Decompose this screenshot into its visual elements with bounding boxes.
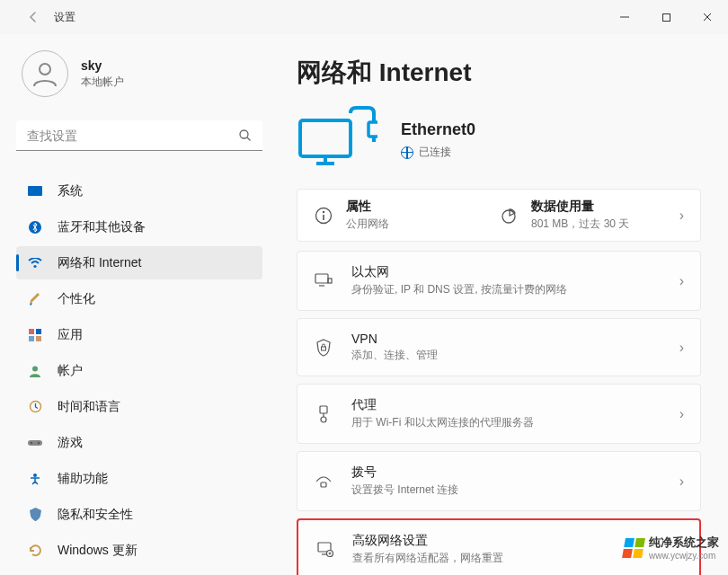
- watermark-url: www.ycwjzy.com: [649, 551, 719, 561]
- sidebar-item-label: 时间和语言: [58, 399, 120, 415]
- search-box[interactable]: [16, 120, 262, 151]
- proxy-card[interactable]: 代理 用于 Wi-Fi 和以太网连接的代理服务器 ›: [297, 384, 701, 444]
- sidebar-item-privacy[interactable]: 隐私和安全性: [16, 498, 262, 531]
- sidebar-item-label: 隐私和安全性: [58, 507, 133, 523]
- card-desc: 设置拨号 Internet 连接: [351, 482, 679, 498]
- svg-point-16: [38, 441, 40, 443]
- sidebar-item-bluetooth[interactable]: 蓝牙和其他设备: [16, 210, 262, 243]
- properties-button[interactable]: 属性 公用网络: [314, 199, 499, 232]
- sidebar-item-network[interactable]: 网络和 Internet: [16, 246, 262, 279]
- shield-icon: [27, 507, 43, 523]
- network-header: Ethernet0 已连接: [297, 104, 701, 176]
- card-title: 属性: [346, 199, 389, 215]
- sidebar-item-label: 帐户: [58, 363, 83, 379]
- sidebar-item-gaming[interactable]: 游戏: [16, 426, 262, 459]
- svg-rect-27: [315, 274, 328, 283]
- monitor-ethernet-icon: [297, 104, 377, 176]
- svg-rect-31: [320, 406, 327, 413]
- svg-line-4: [247, 137, 251, 141]
- watermark: 纯净系统之家 www.ycwjzy.com: [624, 535, 719, 561]
- network-name: Ethernet0: [401, 120, 475, 139]
- user-type: 本地帐户: [81, 75, 124, 90]
- card-title: 以太网: [351, 264, 679, 280]
- card-desc: 身份验证, IP 和 DNS 设置, 按流量计费的网络: [351, 282, 679, 297]
- dialup-card[interactable]: 拨号 设置拨号 Internet 连接 ›: [297, 451, 701, 511]
- avatar-icon: [22, 50, 68, 97]
- app-title: 设置: [54, 10, 75, 25]
- search-input[interactable]: [27, 128, 238, 143]
- chevron-right-icon: ›: [679, 273, 684, 289]
- card-title: VPN: [351, 332, 679, 346]
- user-account[interactable]: sky 本地帐户: [16, 50, 262, 97]
- svg-point-3: [240, 130, 248, 138]
- apps-icon: [27, 327, 43, 343]
- sidebar-item-label: 系统: [58, 183, 83, 199]
- svg-point-17: [33, 473, 37, 477]
- maximize-button[interactable]: [645, 0, 687, 34]
- sidebar-item-label: 辅助功能: [58, 471, 108, 487]
- svg-rect-11: [36, 336, 41, 341]
- info-icon: [314, 206, 333, 226]
- dialup-icon: [314, 472, 333, 491]
- svg-point-15: [31, 441, 32, 443]
- svg-rect-30: [322, 347, 326, 350]
- chevron-right-icon: ›: [679, 406, 684, 422]
- sidebar-item-label: 蓝牙和其他设备: [58, 219, 146, 235]
- sidebar-item-accounts[interactable]: 帐户: [16, 354, 262, 387]
- card-desc: 801 MB，过去 30 天: [531, 217, 679, 232]
- watermark-name: 纯净系统之家: [649, 535, 719, 551]
- card-desc: 用于 Wi-Fi 和以太网连接的代理服务器: [351, 415, 679, 430]
- svg-rect-14: [28, 440, 42, 446]
- ethernet-card[interactable]: 以太网 身份验证, IP 和 DNS 设置, 按流量计费的网络 ›: [297, 251, 701, 311]
- minimize-button[interactable]: [604, 0, 645, 34]
- svg-point-26: [502, 210, 515, 223]
- user-name: sky: [81, 58, 124, 73]
- system-icon: [27, 183, 43, 199]
- sidebar-item-label: 游戏: [58, 435, 83, 451]
- card-desc: 公用网络: [346, 217, 389, 232]
- sidebar-item-update[interactable]: Windows 更新: [16, 534, 262, 567]
- quick-row: 属性 公用网络 数据使用量 801 MB，过去 30 天 ›: [297, 189, 701, 242]
- pie-chart-icon: [499, 206, 519, 226]
- advanced-network-icon: [315, 540, 334, 560]
- globe-icon: [401, 146, 413, 159]
- brush-icon: [27, 291, 43, 307]
- sidebar-item-system[interactable]: 系统: [16, 174, 262, 208]
- page-title: 网络和 Internet: [297, 56, 701, 90]
- update-icon: [27, 543, 43, 559]
- sidebar-item-accessibility[interactable]: 辅助功能: [16, 462, 262, 495]
- data-usage-button[interactable]: 数据使用量 801 MB，过去 30 天 ›: [499, 199, 684, 232]
- sidebar-item-label: 个性化: [58, 291, 95, 307]
- sidebar-item-label: 应用: [58, 327, 83, 343]
- sidebar-item-apps[interactable]: 应用: [16, 318, 262, 351]
- back-button[interactable]: [16, 0, 50, 34]
- svg-rect-34: [321, 482, 326, 487]
- svg-rect-18: [300, 120, 351, 156]
- vpn-card[interactable]: VPN 添加、连接、管理 ›: [297, 318, 701, 376]
- svg-point-2: [40, 64, 50, 75]
- ethernet-icon: [314, 271, 333, 291]
- bluetooth-icon: [27, 219, 43, 235]
- card-title: 拨号: [351, 464, 679, 481]
- person-icon: [27, 363, 43, 379]
- chevron-right-icon: ›: [679, 340, 684, 356]
- svg-rect-9: [36, 329, 41, 334]
- sidebar-item-time-language[interactable]: 时间和语言: [16, 390, 262, 423]
- network-status: 已连接: [419, 145, 451, 160]
- svg-rect-8: [29, 329, 34, 334]
- svg-rect-5: [28, 186, 42, 196]
- svg-rect-10: [29, 336, 34, 341]
- svg-point-12: [32, 366, 38, 371]
- svg-point-24: [323, 210, 324, 212]
- sidebar-item-label: Windows 更新: [58, 543, 138, 559]
- sidebar-item-personalization[interactable]: 个性化: [16, 282, 262, 315]
- svg-rect-1: [662, 13, 670, 21]
- close-button[interactable]: [687, 0, 728, 34]
- wifi-icon: [27, 255, 43, 271]
- chevron-right-icon: ›: [679, 208, 684, 224]
- card-title: 代理: [351, 397, 679, 413]
- accessibility-icon: [27, 471, 43, 487]
- svg-point-7: [33, 264, 36, 267]
- sidebar-item-label: 网络和 Internet: [58, 255, 141, 271]
- search-icon: [238, 128, 252, 142]
